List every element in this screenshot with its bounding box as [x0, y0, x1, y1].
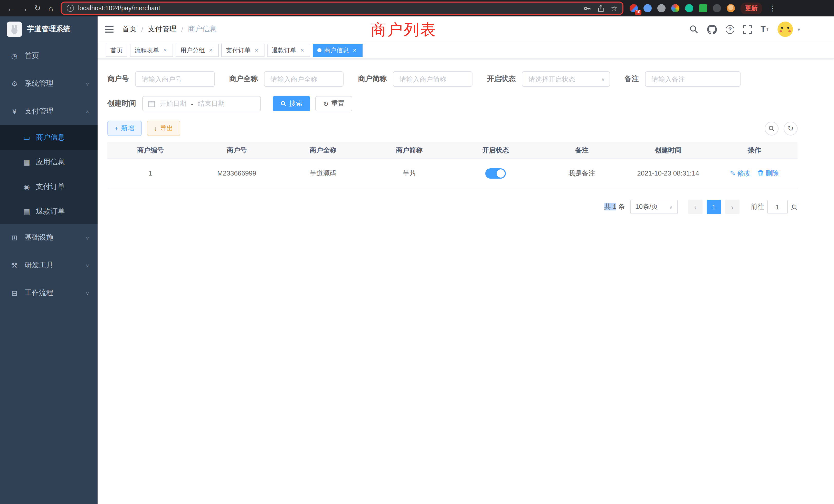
hamburger-icon[interactable]	[105, 25, 114, 33]
font-size-icon[interactable]: TT	[761, 25, 769, 34]
browser-update-button[interactable]: 更新	[741, 2, 762, 14]
breadcrumb: 首页 / 支付管理 / 商户信息	[122, 25, 217, 34]
date-separator: -	[191, 100, 193, 108]
toggle-search-button[interactable]	[765, 121, 778, 135]
tab-user-group[interactable]: 用户分组 ×	[176, 44, 219, 57]
date-range-picker[interactable]: 开始日期 - 结束日期	[142, 96, 261, 111]
sidebar-item-system[interactable]: ⚙ 系统管理 ∨	[0, 70, 97, 97]
col-create-time: 创建时间	[625, 145, 711, 155]
sidebar-item-refund-orders[interactable]: ▤ 退款订单	[0, 199, 97, 224]
page-size-select[interactable]: 10条/页 ∨	[630, 200, 678, 214]
short-name-input[interactable]	[393, 71, 473, 87]
edit-button[interactable]: ✎ 修改	[730, 168, 750, 178]
close-icon[interactable]: ×	[299, 47, 306, 54]
back-icon[interactable]: ←	[4, 4, 18, 13]
cell-create-time: 2021-10-23 08:31:14	[625, 169, 711, 177]
extension-icon-4[interactable]	[671, 4, 679, 12]
profile-avatar-icon[interactable]	[727, 4, 735, 12]
close-icon[interactable]: ×	[162, 47, 169, 54]
prev-page-button[interactable]: ‹	[688, 200, 703, 214]
tab-pay-orders[interactable]: 支付订单 ×	[221, 44, 264, 57]
remark-input[interactable]	[645, 71, 741, 87]
sidebar-item-pay-orders[interactable]: ◉ 支付订单	[0, 175, 97, 199]
sidebar-item-dev-tools[interactable]: ⚒ 研发工具 ∨	[0, 251, 97, 279]
bookmark-star-icon[interactable]: ☆	[611, 4, 617, 12]
sidebar-item-home[interactable]: ◷ 首页	[0, 42, 97, 70]
next-page-button[interactable]: ›	[725, 200, 740, 214]
export-button[interactable]: ↓ 导出	[147, 121, 180, 136]
search-icon[interactable]	[689, 25, 698, 34]
extension-icon-1[interactable]: 10	[630, 4, 638, 12]
browser-menu-icon[interactable]: ⋮	[768, 4, 777, 12]
reload-icon[interactable]: ↻	[31, 4, 44, 13]
col-short-name: 商户简称	[366, 145, 453, 155]
col-remark: 备注	[539, 145, 625, 155]
close-icon[interactable]: ×	[207, 47, 214, 54]
password-key-icon[interactable]	[584, 4, 591, 12]
tab-home[interactable]: 首页	[106, 44, 127, 57]
reset-button[interactable]: ↻ 重置	[315, 96, 352, 111]
sidebar-item-merchant-info[interactable]: ▭ 商户信息	[0, 125, 97, 150]
extension-icon-3[interactable]	[657, 4, 665, 12]
home-icon[interactable]: ⌂	[44, 4, 58, 13]
pagination: 共 1 条 10条/页 ∨ ‹ 1 › 前往 页	[107, 200, 797, 214]
create-time-label: 创建时间	[107, 99, 136, 108]
share-icon[interactable]	[597, 4, 605, 12]
page-1-button[interactable]: 1	[707, 200, 721, 214]
total-count: 共 1 条	[604, 202, 625, 211]
site-info-icon[interactable]: i	[67, 5, 74, 12]
sidebar-item-label: 支付管理	[25, 107, 53, 116]
user-avatar[interactable]	[777, 22, 793, 37]
app-logo-row[interactable]: 芋道管理系统	[0, 17, 97, 42]
goto-label: 前往	[751, 202, 764, 211]
search-icon	[768, 125, 775, 132]
chevron-down-icon: ∨	[86, 235, 89, 240]
sidebar-menu: ◷ 首页 ⚙ 系统管理 ∨ ¥ 支付管理 ∧ ▭ 商户信息	[0, 42, 97, 504]
close-icon[interactable]: ×	[351, 47, 358, 54]
fullscreen-icon[interactable]	[743, 25, 752, 33]
app-logo	[7, 22, 22, 37]
status-select[interactable]	[522, 71, 610, 87]
edit-icon: ✎	[730, 169, 736, 177]
search-button[interactable]: 搜索	[273, 96, 310, 111]
extension-icon-5[interactable]	[685, 4, 693, 12]
sidebar-item-infrastructure[interactable]: ⊞ 基础设施 ∨	[0, 224, 97, 251]
chevron-up-icon: ∧	[86, 109, 89, 114]
extension-icon-6[interactable]	[699, 4, 707, 12]
add-button[interactable]: + 新增	[107, 121, 141, 136]
sidebar-item-label: 系统管理	[25, 79, 53, 88]
document-icon: ▤	[23, 207, 31, 215]
goto-page-input[interactable]	[767, 200, 788, 214]
status-toggle[interactable]	[485, 168, 506, 178]
caret-down-icon[interactable]: ▾	[797, 26, 800, 32]
forward-icon[interactable]: →	[18, 4, 31, 13]
url-text[interactable]: localhost:1024/pay/merchant	[78, 5, 579, 12]
merchant-no-input[interactable]	[135, 71, 215, 87]
full-name-input[interactable]	[264, 71, 344, 87]
close-icon[interactable]: ×	[253, 47, 260, 54]
breadcrumb-item-payment[interactable]: 支付管理	[148, 25, 177, 34]
breadcrumb-separator: /	[141, 25, 143, 33]
refresh-table-button[interactable]: ↻	[784, 121, 797, 135]
app-header: 首页 / 支付管理 / 商户信息	[97, 17, 834, 42]
cell-merchant-id: 1	[107, 169, 194, 177]
extension-icon-7[interactable]	[713, 4, 721, 12]
extension-icon-2[interactable]	[643, 4, 652, 12]
gear-icon: ⚙	[10, 79, 19, 88]
sidebar-item-app-info[interactable]: ▦ 应用信息	[0, 150, 97, 175]
tags-view-bar: 首页 流程表单 × 用户分组 × 支付订单 × 退款订单 ×	[97, 42, 834, 59]
help-icon[interactable]: ?	[726, 25, 734, 33]
breadcrumb-item-home[interactable]: 首页	[122, 25, 137, 34]
short-name-label: 商户简称	[358, 74, 387, 84]
card-icon: ▭	[23, 134, 31, 142]
github-icon[interactable]	[707, 24, 717, 34]
sidebar-item-payment[interactable]: ¥ 支付管理 ∧	[0, 97, 97, 125]
tab-process-form[interactable]: 流程表单 ×	[130, 44, 173, 57]
sidebar-item-label: 应用信息	[36, 158, 65, 167]
sidebar-item-label: 支付订单	[36, 182, 65, 191]
tab-merchant-info[interactable]: 商户信息 ×	[313, 44, 363, 57]
sidebar-item-workflow[interactable]: ⊟ 工作流程 ∨	[0, 279, 97, 307]
delete-button[interactable]: 删除	[758, 168, 779, 178]
tab-refund-orders[interactable]: 退款订单 ×	[267, 44, 310, 57]
url-bar[interactable]: i localhost:1024/pay/merchant ☆	[61, 2, 623, 15]
